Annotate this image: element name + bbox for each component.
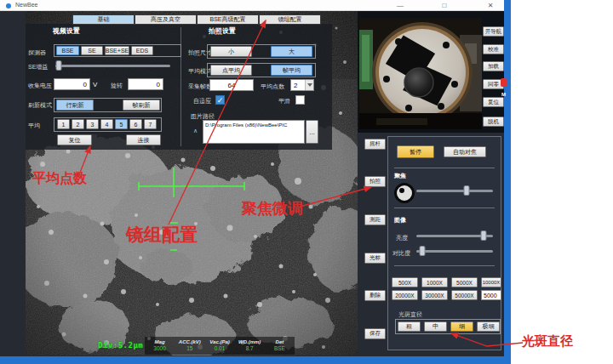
focus-slider[interactable] — [416, 185, 493, 196]
detector-bse-se-button[interactable]: BSE+SE — [105, 46, 129, 55]
app-icon — [6, 3, 11, 9]
status-table: Mag3000 ACC.(kV)15 Vac.(Pa)0.01 WD.(mm)8… — [145, 337, 295, 355]
spot-coarse-button[interactable]: 粗 — [398, 321, 421, 332]
scale-readout: Div:5.2μm — [98, 341, 143, 350]
spot-diameter-label: 光斑直径 — [398, 310, 422, 319]
desktop-icon[interactable] — [501, 78, 507, 87]
expand-icon[interactable]: ∧ — [193, 128, 198, 134]
photo-settings-title: 拍照设置 — [209, 26, 236, 36]
image-section-label: 图像 — [394, 216, 406, 225]
annotation-lens-config: 镜组配置 — [126, 223, 198, 247]
contrast-slider-thumb[interactable] — [420, 246, 426, 256]
collect-voltage-input[interactable]: 0 — [54, 78, 90, 90]
mag-50000x-button[interactable]: 50000X — [451, 290, 478, 300]
average-2-button[interactable]: 2 — [72, 119, 84, 129]
mag-20000x-button[interactable]: 20000X — [392, 290, 418, 300]
titlebar: NewBee — □ ✕ — [0, 0, 504, 11]
chamber-camera-image — [359, 18, 482, 129]
se-gain-slider[interactable] — [55, 60, 170, 71]
spot-medium-button[interactable]: 中 — [424, 321, 447, 332]
measure-distance-button[interactable]: 测距 — [364, 214, 386, 225]
taskbar[interactable] — [0, 356, 511, 364]
smooth-label: 平滑 — [278, 97, 290, 105]
tab-basic[interactable]: 基础 — [72, 14, 135, 25]
tab-hv-vacuum[interactable]: 高压及真空 — [135, 14, 197, 25]
chevron-down-icon — [305, 80, 313, 90]
annotation-focus-fine: 聚焦微调 — [242, 198, 303, 219]
frames-input[interactable]: 64 — [209, 79, 254, 91]
reset-stage-button[interactable]: 复位 — [483, 97, 504, 107]
contrast-slider[interactable] — [416, 246, 493, 256]
snapshot-button[interactable]: 拍照 — [364, 176, 386, 187]
connect-button[interactable]: 连接 — [126, 134, 161, 145]
cursor-button[interactable]: 光标 — [364, 253, 386, 264]
maximize-button[interactable]: □ — [438, 1, 451, 10]
smooth-checkbox[interactable] — [295, 95, 305, 105]
spot-fine-button[interactable]: 细 — [450, 321, 473, 332]
frame-average-button[interactable]: 帧平均 — [271, 65, 312, 76]
joystick-button[interactable]: 摇杆 — [364, 139, 386, 150]
average-5-button[interactable]: 5 — [115, 119, 128, 129]
tab-lens-config[interactable]: 镜组配置 — [259, 14, 321, 25]
average-6-button[interactable]: 6 — [129, 119, 142, 129]
mag-30000x-button[interactable]: 30000X — [421, 290, 448, 300]
minimize-button[interactable]: — — [393, 1, 407, 10]
close-button[interactable]: ✕ — [484, 1, 497, 10]
refresh-frame-button[interactable]: 帧刷新 — [123, 100, 160, 111]
open-navigation-button[interactable]: 开导航 — [483, 26, 504, 37]
mag-value-input[interactable]: 5000 — [481, 290, 501, 300]
path-input[interactable]: D:\Program Files (x86)\NewBee\PIC — [203, 120, 305, 144]
status-col-acc: ACC.(kV)15 — [175, 337, 204, 355]
mag-10000x-button[interactable]: 10000X — [481, 277, 501, 287]
rotation-input[interactable]: 0 — [128, 78, 163, 90]
window-title: NewBee — [15, 2, 37, 8]
brightness-slider-thumb[interactable] — [481, 230, 487, 241]
pause-button[interactable]: 暂停 — [397, 145, 434, 158]
collect-voltage-label: 收集电压 — [28, 82, 52, 90]
auto-fit-checkbox[interactable]: ✓ — [215, 95, 225, 105]
se-gain-label: SE增益 — [28, 63, 48, 71]
contrast-label: 对比度 — [392, 249, 410, 258]
load-button[interactable]: 加载 — [483, 61, 504, 71]
offline-button[interactable]: 脱机 — [483, 117, 504, 127]
brightness-slider[interactable] — [416, 230, 493, 241]
delete-button[interactable]: 删除 — [364, 290, 386, 301]
average-3-button[interactable]: 3 — [86, 119, 99, 129]
save-button[interactable]: 保存 — [364, 328, 386, 339]
browse-button[interactable]: ... — [306, 120, 318, 144]
status-col-vac: Vac.(Pa)0.01 — [204, 337, 234, 355]
check-icon: ✓ — [217, 96, 224, 105]
detector-se-button[interactable]: SE — [81, 46, 103, 55]
average-4-button[interactable]: 4 — [100, 119, 113, 129]
auto-fit-label: 自适应 — [193, 97, 211, 105]
detector-eds-button[interactable]: EDS — [131, 46, 153, 55]
calibrate-button[interactable]: 校准 — [483, 44, 504, 54]
autofocus-button[interactable]: 自动对焦 — [444, 146, 486, 157]
refresh-mode-label: 刷新模式 — [28, 101, 52, 110]
voltage-unit: V — [93, 81, 97, 88]
detector-label: 探测器 — [28, 48, 46, 57]
average-1-button[interactable]: 1 — [57, 119, 70, 129]
frames-label: 采集帧数 — [188, 82, 212, 91]
brightness-label: 亮度 — [396, 234, 408, 242]
mag-5000x-button[interactable]: 5000X — [451, 277, 478, 287]
focus-slider-thumb[interactable] — [464, 185, 470, 196]
desktop-icon-letter[interactable]: M — [501, 92, 506, 97]
status-col-det: DetBSE — [265, 337, 295, 355]
size-small-button[interactable]: 小 — [210, 46, 252, 57]
spot-extra-fine-button[interactable]: 极细 — [477, 321, 500, 332]
focus-knob[interactable] — [394, 183, 415, 203]
focus-label: 聚焦 — [394, 172, 406, 180]
tab-bse-advanced[interactable]: BSE高级配置 — [197, 14, 259, 25]
refresh-line-button[interactable]: 行刷新 — [56, 100, 94, 111]
se-gain-slider-thumb[interactable] — [56, 60, 62, 71]
screen: 基础 高压及真空 BSE高级配置 镜组配置 视频设置 探测器 BSE SE BS… — [0, 0, 613, 364]
avg-points-dropdown[interactable]: 2 — [290, 79, 314, 91]
size-large-button[interactable]: 大 — [271, 46, 312, 57]
mag-500x-button[interactable]: 500X — [392, 277, 418, 287]
detector-bse-button[interactable]: BSE — [56, 46, 79, 55]
mag-1000x-button[interactable]: 1000X — [421, 277, 448, 287]
point-average-button[interactable]: 点平均 — [210, 65, 252, 76]
average-7-button[interactable]: 7 — [144, 119, 157, 129]
reset-button[interactable]: 复位 — [57, 134, 92, 145]
